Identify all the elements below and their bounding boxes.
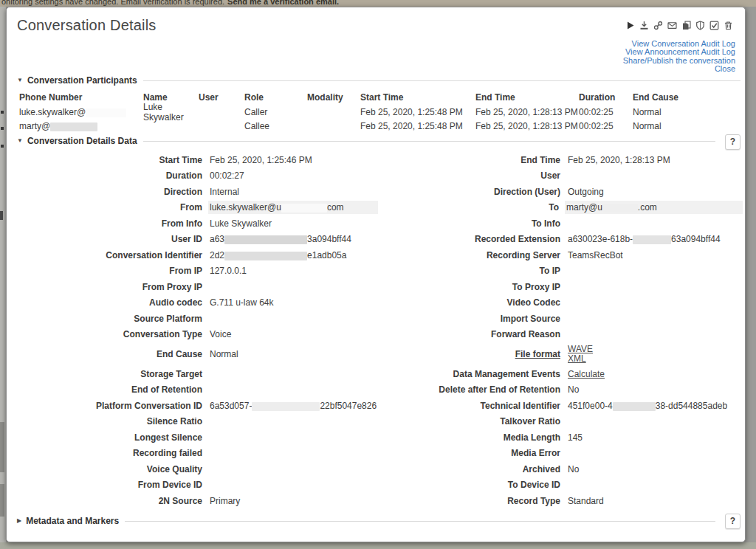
field-label: Direction (User) (368, 187, 560, 197)
metadata-help-button[interactable]: ? (725, 514, 740, 529)
field-label: Import Source (368, 314, 560, 324)
field-label: Longest Silence (7, 432, 202, 443)
redacted-value (281, 204, 327, 213)
section-title: Metadata and Markers (26, 516, 119, 526)
value-text: No (568, 464, 579, 474)
field-label: From Device ID (7, 480, 202, 490)
value-text: .com (638, 202, 657, 213)
field-label: Record Type (368, 496, 560, 506)
link-view-announcement-audit-log[interactable]: View Announcement Audit Log (623, 48, 735, 56)
column-header: End Cause (633, 92, 746, 103)
field-label: From IP (7, 266, 202, 276)
value-text: Luke Skywalker (210, 218, 272, 229)
table-cell: Feb 25, 2020, 1:25:48 PM (360, 107, 475, 117)
details-help-button[interactable]: ? (725, 134, 740, 150)
field-label: Forward Reason (368, 329, 560, 339)
detail-row: Storage TargetData Management EventsCalc… (7, 366, 746, 382)
link-close[interactable]: Close (623, 65, 735, 73)
download-icon[interactable] (639, 21, 649, 30)
phone-number-cell: luke.skywalker@ (19, 107, 143, 117)
redacted-value (252, 402, 320, 411)
value-text: 127.0.0.1 (210, 266, 247, 276)
value-text: a63 (210, 234, 224, 244)
dialog-title: Conversation Details (17, 17, 157, 34)
delete-icon[interactable] (724, 21, 733, 30)
dialog-toolbar (625, 21, 733, 30)
value-text: 63a094bff44 (671, 234, 721, 244)
field-value: a630023e-618b-63a094bff44 (568, 234, 743, 244)
redacted-value (50, 122, 97, 131)
value-text: Normal (210, 349, 238, 359)
link-icon[interactable] (653, 21, 663, 30)
section-divider (143, 80, 740, 81)
table-cell: 00:02:25 (579, 121, 633, 131)
background-page-bottom (0, 542, 756, 549)
value-text: 00:02:27 (210, 170, 244, 181)
detail-row: From InfoLuke SkywalkerTo Info (7, 215, 746, 232)
detail-row: 2N SourcePrimaryRecord TypeStandard (7, 493, 746, 509)
table-cell: 00:02:25 (579, 107, 633, 117)
shield-icon[interactable] (695, 21, 705, 30)
field-label: From Info (7, 218, 202, 229)
field-value: Internal (210, 187, 361, 197)
detail-row: Duration00:02:27User (7, 168, 746, 184)
background-warning-banner: onitoring settings have changed. Email v… (0, 0, 756, 7)
conversation-details-dialog: Conversation Details View Conversation A… (6, 7, 746, 542)
table-cell: Luke Skywalker (143, 102, 199, 122)
field-value: Calculate (568, 369, 743, 379)
value-text: com (327, 202, 344, 213)
field-value: Feb 25, 2020, 1:28:13 PM (568, 155, 743, 165)
background-artifact (1, 127, 4, 130)
checkbox-icon[interactable] (709, 21, 719, 30)
link-wave[interactable]: WAVE (568, 344, 593, 354)
detail-row: From Proxy IPTo Proxy IP (7, 279, 746, 295)
field-value: G.711 u-law 64k (210, 297, 361, 308)
detail-row: Fromluke.skywalker@ucomTomarty@u.com (7, 200, 746, 216)
email-icon[interactable] (667, 21, 677, 30)
field-label[interactable]: File format (368, 349, 560, 359)
value-text: Primary (210, 496, 240, 506)
expand-triangle-icon: ▶ (17, 517, 21, 525)
section-toggle-details[interactable]: ▼ Conversation Details Data (17, 136, 740, 146)
play-icon[interactable] (625, 21, 635, 30)
field-value: WAVEXML (568, 345, 743, 364)
section-title: Conversation Participants (27, 75, 137, 86)
background-artifact (0, 422, 4, 472)
section-toggle-participants[interactable]: ▼ Conversation Participants (17, 75, 740, 86)
detail-row: Start TimeFeb 25, 2020, 1:25:46 PMEnd Ti… (7, 152, 746, 168)
field-label: User ID (7, 234, 202, 244)
value-text: Standard (568, 496, 604, 506)
field-value: luke.skywalker@ucom (208, 201, 378, 214)
section-title: Conversation Details Data (27, 136, 137, 146)
value-text: 145 (568, 432, 583, 443)
link-xml[interactable]: XML (568, 353, 586, 364)
value-text: Feb 25, 2020, 1:28:13 PM (568, 155, 670, 165)
value-text: Feb 25, 2020, 1:25:46 PM (210, 155, 312, 165)
table-cell: Normal (633, 121, 746, 131)
field-value: Normal (210, 349, 361, 359)
detail-row: End CauseNormalFile formatWAVEXML (7, 342, 746, 366)
redacted-value (613, 402, 656, 411)
table-cell: Feb 25, 2020, 1:25:48 PM (360, 121, 475, 131)
detail-row: DirectionInternalDirection (User)Outgoin… (7, 184, 746, 200)
field-label: To Info (368, 218, 560, 229)
collapse-triangle-icon: ▼ (17, 77, 23, 84)
field-value: 00:02:27 (210, 170, 361, 181)
value-text: 451f0e00-4 (568, 401, 613, 411)
field-label: Technical Identifier (368, 401, 560, 411)
field-value: 127.0.0.1 (210, 266, 361, 276)
link-calculate[interactable]: Calculate (568, 369, 605, 379)
copy-icon[interactable] (681, 21, 691, 30)
field-label: 2N Source (7, 496, 202, 506)
redacted-value (224, 252, 307, 260)
value-text: TeamsRecBot (568, 250, 623, 260)
field-label: Duration (7, 170, 202, 181)
field-label: Storage Target (7, 369, 202, 379)
field-label: Talkover Ratio (368, 416, 560, 427)
field-value: Standard (568, 496, 743, 506)
section-toggle-metadata[interactable]: ▶ Metadata and Markers (17, 516, 740, 526)
field-label: To IP (368, 266, 560, 276)
detail-row: Conversation TypeVoiceForward Reason (7, 327, 746, 343)
field-value: 2d2e1adb05a (210, 250, 361, 260)
detail-row: Silence RatioTalkover Ratio (7, 414, 746, 430)
